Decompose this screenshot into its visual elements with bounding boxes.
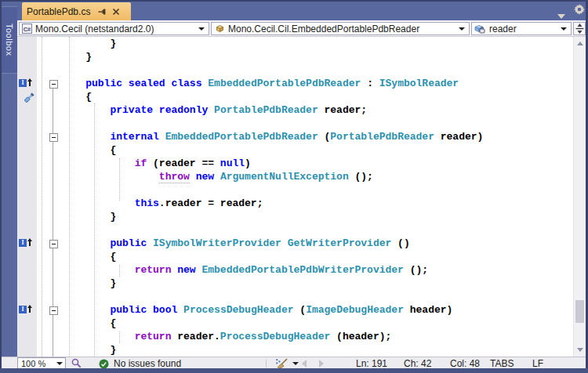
class-icon xyxy=(214,24,225,34)
code-line[interactable]: internal EmbeddedPortablePdbReader (Port… xyxy=(61,130,483,143)
scrollbar-thumb[interactable] xyxy=(575,300,584,323)
type-dropdown[interactable]: Mono.Cecil.Cil.EmbeddedPortablePdbReader xyxy=(211,22,470,35)
split-window-button[interactable] xyxy=(573,22,586,35)
code-line[interactable] xyxy=(61,117,483,130)
code-line[interactable] xyxy=(61,223,483,237)
code-line[interactable]: { xyxy=(61,90,483,103)
code-editor[interactable]: I I I } } public sealed class EmbeddedPo… xyxy=(17,37,573,357)
margin-separator xyxy=(42,37,42,357)
zoom-dropdown[interactable]: 100 % xyxy=(17,357,66,369)
implements-arrow-icon[interactable]: I xyxy=(19,238,33,247)
code-line[interactable]: { xyxy=(61,317,483,330)
outline-line xyxy=(53,87,53,357)
separator xyxy=(266,360,267,368)
code-line[interactable] xyxy=(61,63,483,77)
code-line[interactable]: this.reader = reader; xyxy=(61,197,483,210)
close-icon[interactable] xyxy=(112,8,120,16)
code-line[interactable]: public bool ProcessDebugHeader (ImageDeb… xyxy=(61,303,483,317)
project-dropdown[interactable]: C# Mono.Cecil (netstandard2.0) xyxy=(19,22,209,35)
code-line[interactable]: { xyxy=(61,250,483,263)
status-line-number[interactable]: Ln: 191 xyxy=(356,358,387,369)
csharp-project-icon: C# xyxy=(22,24,32,34)
code-line[interactable] xyxy=(61,183,483,197)
toolbox-collapsed-tab[interactable]: Toolbox xyxy=(2,6,17,74)
implements-arrow-icon[interactable]: I xyxy=(19,78,33,87)
screwdriver-icon[interactable] xyxy=(22,92,35,108)
dropdown-arrow-icon xyxy=(56,362,63,365)
code-line[interactable] xyxy=(61,290,483,303)
code-line[interactable]: if (reader == null) xyxy=(61,157,483,170)
code-line[interactable]: } xyxy=(61,343,483,357)
code-line[interactable]: return new EmbeddedPortablePdbWriterProv… xyxy=(61,263,483,277)
code-line[interactable]: return reader.ProcessDebugHeader (header… xyxy=(61,330,483,343)
dropdown-arrow-icon xyxy=(198,27,205,31)
outline-collapse-toggle[interactable] xyxy=(49,306,58,315)
scroll-up-icon[interactable] xyxy=(577,42,583,45)
scroll-left-icon[interactable] xyxy=(302,360,307,368)
code-line[interactable]: } xyxy=(61,37,483,50)
dropdown-arrow-icon xyxy=(561,27,567,31)
project-dropdown-value: Mono.Cecil (netstandard2.0) xyxy=(35,24,194,34)
code-line[interactable]: { xyxy=(61,143,483,157)
outline-collapse-toggle[interactable] xyxy=(49,80,58,89)
status-indent-mode[interactable]: TABS xyxy=(490,358,514,369)
code-line[interactable]: } xyxy=(61,277,483,290)
scroll-right-icon[interactable] xyxy=(319,360,324,368)
pin-icon[interactable] xyxy=(97,7,107,16)
code-line[interactable]: } xyxy=(61,210,483,223)
broom-dropdown-arrow-icon[interactable] xyxy=(292,362,299,365)
toolbox-label: Toolbox xyxy=(5,24,14,56)
document-tab-title: PortablePdb.cs xyxy=(27,6,90,17)
scroll-down-icon[interactable] xyxy=(577,348,583,352)
vs-editor-window: Toolbox PortablePdb.cs C# Mono.Cecil (ne… xyxy=(0,0,588,373)
member-dropdown[interactable]: reader xyxy=(471,22,572,35)
code-line[interactable]: private readonly PortablePdbReader reade… xyxy=(61,103,483,117)
outline-collapse-toggle[interactable] xyxy=(49,240,58,248)
code-line[interactable]: public ISymbolWriterProvider GetWriterPr… xyxy=(61,237,483,250)
code-line[interactable]: } xyxy=(61,50,483,63)
document-tab[interactable]: PortablePdb.cs xyxy=(22,2,131,20)
health-indicator-text[interactable]: No issues found xyxy=(114,358,181,369)
status-column[interactable]: Col: 48 xyxy=(450,358,480,369)
split-window-icon xyxy=(575,24,584,34)
status-character[interactable]: Ch: 42 xyxy=(404,358,431,369)
code-line[interactable]: throw new ArgumentNullException (); xyxy=(61,170,483,183)
type-dropdown-value: Mono.Cecil.Cil.EmbeddedPortablePdbReader xyxy=(228,24,454,34)
editor-status-strip: 100 % No issues found Ln: 191 Ch: 42 Col… xyxy=(2,357,586,369)
member-dropdown-value: reader xyxy=(489,24,556,34)
code-line[interactable]: public sealed class EmbeddedPortablePdbR… xyxy=(61,77,483,90)
gear-icon[interactable] xyxy=(574,4,585,18)
code-text[interactable]: } } public sealed class EmbeddedPortable… xyxy=(61,37,483,357)
navigation-bar: C# Mono.Cecil (netstandard2.0) Mono.Ceci… xyxy=(17,20,586,37)
dropdown-arrow-icon xyxy=(459,27,465,31)
svg-text:C#: C# xyxy=(24,26,31,33)
status-line-ending[interactable]: LF xyxy=(532,358,543,369)
implements-arrow-icon[interactable]: I xyxy=(19,305,33,313)
vertical-scrollbar[interactable] xyxy=(573,37,586,357)
outline-collapse-toggle[interactable] xyxy=(49,133,58,142)
private-field-icon xyxy=(474,24,486,34)
window-bottom-border xyxy=(0,368,588,373)
zoom-level-value: 100 % xyxy=(18,359,56,368)
